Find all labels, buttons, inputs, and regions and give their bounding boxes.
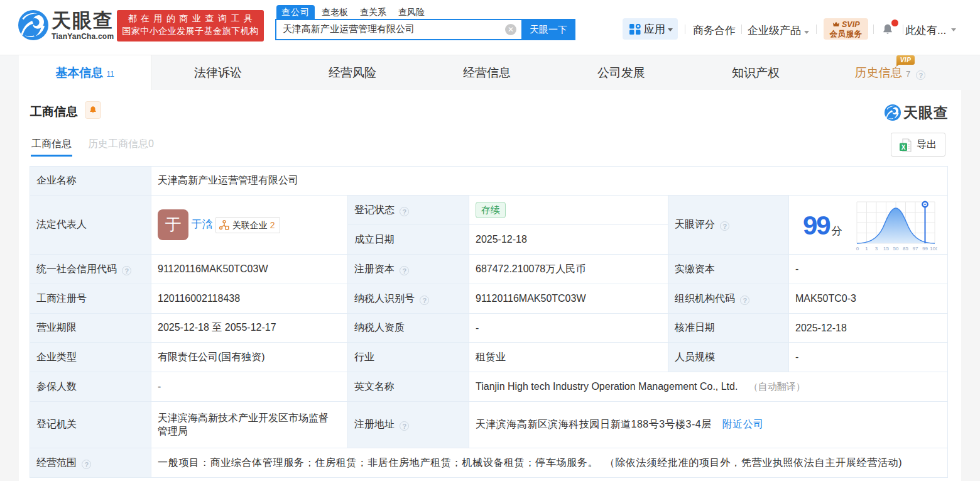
svg-text:100: 100 xyxy=(930,246,937,252)
svg-text:97: 97 xyxy=(913,246,918,252)
svg-text:3: 3 xyxy=(875,246,878,252)
svg-text:15: 15 xyxy=(883,246,889,252)
svg-text:1: 1 xyxy=(865,246,868,252)
svg-text:99: 99 xyxy=(922,246,928,252)
svg-text:50: 50 xyxy=(893,246,899,252)
svg-text:85: 85 xyxy=(903,246,908,252)
svg-text:X: X xyxy=(901,144,906,151)
svg-text:0: 0 xyxy=(856,246,859,252)
